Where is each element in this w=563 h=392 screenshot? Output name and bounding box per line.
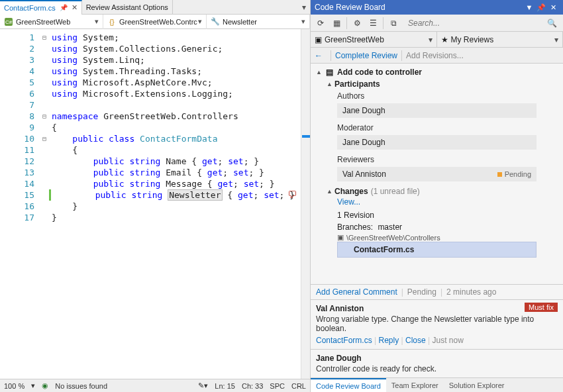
check-icon: ◉ (42, 381, 48, 390)
add-revisions-link[interactable]: Add Revisions... (406, 51, 464, 60)
tab-contactform[interactable]: ContactForm.cs 📌 ✕ (0, 0, 82, 15)
comment-author: Val Anniston (316, 304, 558, 313)
tab-code-review-board[interactable]: Code Review Board (311, 378, 386, 393)
star-icon: ★ (441, 35, 448, 44)
window-dropdown-icon[interactable]: ▼ (523, 3, 535, 11)
review-filters: ▣ GreenStreetWeb ▾ ★ My Reviews ▾ (311, 32, 563, 48)
review-comment: Jane DoughController code is ready for c… (311, 349, 563, 377)
chevron-down-icon: ▾ (95, 17, 99, 26)
authors-label: Authors (311, 90, 563, 102)
svg-text:C#: C# (5, 19, 13, 25)
project-icon: ▣ (315, 35, 322, 44)
filter-combo[interactable]: ★ My Reviews ▾ (437, 32, 564, 47)
pin-icon[interactable]: 📌 (60, 4, 68, 11)
comment-file-link[interactable]: ContactForm.cs (316, 336, 372, 345)
reviewer-status: Pending (497, 170, 531, 178)
breadcrumb-member[interactable]: 🔧 Newsletter ▾ (207, 15, 310, 29)
csharp-icon: C# (4, 17, 13, 26)
pending-label: Pending (407, 287, 436, 297)
brush-icon[interactable]: ✎▾ (198, 381, 208, 390)
must-fix-badge: Must fix (525, 303, 558, 312)
close-icon[interactable]: ✕ (72, 3, 77, 12)
tab-review-options[interactable]: Review Assistant Options (82, 0, 173, 15)
review-tree: ▲ ▤ Add code to controller ▲ Participant… (311, 64, 563, 284)
document-icon: ▤ (324, 68, 334, 77)
time-label: 2 minutes ago (446, 287, 496, 297)
list-icon[interactable]: ☰ (366, 17, 380, 30)
copy-icon[interactable]: ⧉ (386, 17, 401, 30)
tab-label: Review Assistant Options (86, 3, 168, 11)
comment-author: Jane Dough (316, 354, 558, 363)
scrollbar[interactable] (301, 29, 310, 379)
caret-icon: ▲ (327, 188, 334, 195)
close-icon[interactable]: ✕ (547, 3, 559, 12)
complete-review-link[interactable]: Complete Review (335, 51, 397, 60)
wrench-icon: 🔧 (211, 17, 220, 26)
back-icon[interactable]: ← (315, 51, 323, 60)
namespace-icon: {} (107, 17, 117, 26)
code-editor[interactable]: 1234567891011121314151617 ⊟⊟⊟ using Syst… (0, 29, 310, 379)
char-number[interactable]: Ch: 33 (242, 382, 263, 390)
refresh-icon[interactable]: ⟳ (313, 17, 328, 30)
participants-section[interactable]: ▲ Participants (311, 78, 563, 90)
branch-name: master (378, 222, 402, 232)
comment-action[interactable]: Close (405, 336, 426, 345)
review-actions: ← Complete Review Add Revisions... (311, 48, 563, 64)
pin-icon[interactable]: 📌 (535, 3, 547, 12)
review-comment: Val AnnistonMust fixWrong variable type.… (311, 299, 563, 349)
comment-marker-icon[interactable]: 🗩 (287, 189, 297, 201)
breadcrumb-project[interactable]: C# GreenStreetWeb ▾ (0, 15, 103, 29)
add-comment-link[interactable]: Add General Comment (316, 287, 397, 297)
project-combo[interactable]: ▣ GreenStreetWeb ▾ (311, 32, 437, 47)
caret-icon: ▲ (327, 81, 334, 87)
search-icon[interactable]: 🔍 (547, 19, 557, 28)
panel-title-bar: Code Review Board ▼ 📌 ✕ (311, 0, 563, 15)
comment-text: Controller code is ready for check. (316, 364, 558, 373)
review-footer: Add General Comment | Pending | 2 minute… (311, 284, 563, 299)
view-link[interactable]: View... (337, 197, 360, 207)
tab-label: ContactForm.cs (4, 4, 56, 12)
gear-icon[interactable]: ⚙ (350, 17, 364, 30)
chevron-down-icon: ▾ (423, 35, 433, 44)
comment-time: Just now (433, 336, 464, 345)
chevron-down-icon: ▾ (549, 35, 558, 44)
chevron-down-icon: ▾ (198, 17, 202, 26)
issues-status: No issues found (55, 382, 107, 390)
comment-action[interactable]: Reply (379, 336, 399, 345)
moderator-chip[interactable]: Jane Dough (337, 135, 537, 150)
review-toolbar: ⟳ ▦ ⚙ ☰ ⧉ 🔍 (311, 15, 563, 32)
folder-row[interactable]: ▣ \GreenStreetWeb\Controllers (337, 233, 537, 242)
tool-window-tabs: Code Review Board Team Explorer Solution… (311, 377, 563, 392)
reviewer-chip[interactable]: Val Anniston Pending (337, 167, 537, 181)
search-input[interactable] (408, 19, 547, 28)
caret-icon: ▲ (316, 69, 324, 75)
breadcrumb-namespace[interactable]: {} GreenStreetWeb.Contrc ▾ (103, 15, 207, 29)
panel-title: Code Review Board (315, 3, 385, 12)
author-chip[interactable]: Jane Dough (337, 103, 537, 118)
tab-solution-explorer[interactable]: Solution Explorer (444, 378, 510, 393)
breadcrumb: C# GreenStreetWeb ▾ {} GreenStreetWeb.Co… (0, 15, 310, 29)
folder-icon: ▣ (337, 233, 344, 242)
branches-label: Branches: (337, 222, 373, 232)
tab-team-explorer[interactable]: Team Explorer (386, 378, 444, 393)
zoom-dropdown-icon[interactable]: ▾ (31, 381, 35, 390)
zoom-level[interactable]: 100 % (4, 382, 25, 390)
line-ending[interactable]: CRL (291, 382, 306, 390)
revision-count: 1 Revision (311, 211, 563, 220)
document-tabs: ContactForm.cs 📌 ✕ Review Assistant Opti… (0, 0, 310, 15)
search-box[interactable]: 🔍 (405, 18, 560, 28)
chevron-down-icon: ▾ (301, 17, 305, 26)
reviewers-label: Reviewers (311, 154, 563, 166)
changes-section[interactable]: ▲ Changes (1 unread file) (311, 185, 563, 197)
indent-mode[interactable]: SPC (270, 382, 285, 390)
changed-file[interactable]: ContactForm.cs (337, 242, 537, 258)
status-bar: 100 % ▾ ◉ No issues found ✎▾ Ln: 15 Ch: … (0, 379, 310, 392)
svg-text:{}: {} (109, 18, 115, 26)
moderator-label: Moderator (311, 122, 563, 134)
tab-overflow-icon[interactable]: ▾ (298, 3, 310, 12)
new-review-icon[interactable]: ▦ (329, 17, 344, 30)
line-number[interactable]: Ln: 15 (215, 382, 235, 390)
review-task[interactable]: ▲ ▤ Add code to controller (311, 66, 563, 78)
comment-text: Wrong variable type. Change the Newslett… (316, 315, 558, 333)
